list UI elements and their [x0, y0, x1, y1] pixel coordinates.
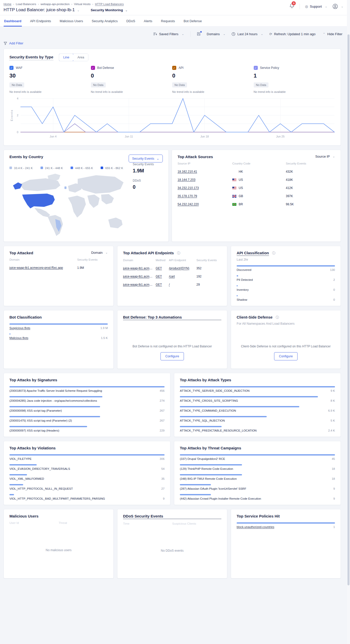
add-filter-button[interactable]: Add Filter: [0, 39, 350, 49]
bar-item-link[interactable]: VIOL_FILETYPE: [9, 457, 32, 460]
attack-types-bars: ATTACK_TYPE_SERVER_SIDE_CODE_INJECTION 9…: [180, 386, 335, 432]
dashboard-content: Security Events by Type Line Area ✓ WAF …: [0, 49, 350, 586]
scrollbar-track[interactable]: [347, 0, 350, 644]
bar-item-link[interactable]: (200018073) Apache Traffic Server Invali…: [9, 389, 102, 392]
empty-state-text: No malicious users: [9, 527, 108, 574]
bar-item-link[interactable]: (200001475) XSS script tag end (Paramete…: [9, 419, 72, 422]
configure-button[interactable]: Configure: [274, 352, 298, 360]
breadcrumb-item[interactable]: Virtual Hosts ›: [74, 3, 93, 6]
bar-item-link[interactable]: Malicious Bots: [9, 336, 28, 339]
source-ip-link[interactable]: 18.162.210.41: [178, 170, 197, 173]
breadcrumb-item[interactable]: HTTP Load Balancers ›: [95, 3, 124, 6]
chevron-down-icon: ⌄: [261, 32, 263, 36]
source-ip-link[interactable]: 35.178.170.79: [178, 194, 197, 198]
bar-item-link[interactable]: VIOL_HTTP_PROTOCOL_BAD_MULTIPART_PARAMET…: [9, 497, 105, 500]
bar-item-link[interactable]: VIOL_HTTP_PROTOCOL_NULL_IN_REQUEST: [9, 487, 73, 490]
card-title-link[interactable]: API Classification: [237, 251, 269, 256]
breadcrumb-item[interactable]: Home ›: [4, 3, 14, 6]
series-checkbox[interactable]: ✓: [91, 66, 95, 70]
bar-item-link[interactable]: (348) BIG-IP TMUI Remote Code Execution: [180, 477, 237, 480]
bot-classification-card: Bot Classification Suspicious Bots 1.9 M: [4, 310, 114, 369]
domain-link[interactable]: juice-waap-lb1.acmecorp-p...: [123, 275, 154, 278]
source-ip-link[interactable]: 54.232.242.220: [178, 203, 199, 206]
tab[interactable]: API Endpoints: [30, 15, 51, 26]
legend-swatch: [41, 167, 43, 169]
bar-item-link[interactable]: (200000097) XSS script tag (Headers): [9, 429, 59, 432]
source-ip-link[interactable]: 18.144.7.203: [178, 178, 195, 182]
breadcrumb-separator: ›: [38, 3, 39, 6]
bar-item-link[interactable]: ATTACK_TYPE_CROSS_SITE_SCRIPTING: [180, 399, 238, 402]
tab[interactable]: Bot Defense: [183, 15, 203, 26]
scrollbar-thumb[interactable]: [347, 34, 349, 585]
hide-filter-button[interactable]: ⌃ Hide Filter: [322, 32, 342, 36]
attacked-dropdown[interactable]: Domain ⌄: [91, 251, 108, 255]
method-link[interactable]: GET: [156, 283, 162, 286]
world-map[interactable]: [9, 172, 129, 236]
source-dropdown[interactable]: Source IP ⌄: [315, 155, 335, 158]
bar-item-link[interactable]: (442) Atlassian Crowd Plugin Installer R…: [180, 497, 261, 500]
tab[interactable]: Dashboard: [4, 15, 22, 26]
bar-item-link[interactable]: ATTACK_TYPE_PREDICTABLE_RESOURCE_LOCATIO…: [180, 429, 257, 432]
bar-item-link[interactable]: (200000098) XSS script tag (Parameter): [9, 409, 62, 412]
notifications-bell-icon[interactable]: 5: [289, 3, 294, 10]
card-title-link[interactable]: Bot Defense: Top 3 Automations: [123, 315, 221, 320]
bar-item-link[interactable]: ATTACK_TYPE_SQL_INJECTION: [180, 419, 225, 422]
endpoint-link[interactable]: /: [169, 283, 170, 286]
method-link[interactable]: GET: [156, 267, 162, 270]
bar: [9, 464, 37, 465]
country-metric-dropdown[interactable]: Security Events ⌄: [129, 155, 163, 162]
toggle-option[interactable]: Line: [59, 54, 74, 61]
bar-item-link[interactable]: ATTACK_TYPE_SERVER_SIDE_CODE_INJECTION: [180, 389, 250, 392]
bar-item-link[interactable]: (287) Atlassian OAuth Plugin 'IconUriSer…: [180, 487, 246, 490]
series-checkbox[interactable]: ✓: [254, 66, 258, 70]
series-checkbox[interactable]: ✓: [172, 66, 176, 70]
info-icon[interactable]: ⓘ: [272, 251, 275, 255]
top-attacks-by-violations-card: Top Attacks by Violations VIOL_FILETYPE …: [4, 441, 170, 505]
endpoint-link[interactable]: /cart: [169, 275, 175, 278]
table-header: TimeSuspicious Clients: [123, 519, 221, 528]
card-title-link[interactable]: Security Events by Type: [9, 55, 53, 60]
security-monitoring-menu[interactable]: Security Monitoring ⌄: [91, 8, 128, 12]
country-stat: DDoS 0: [133, 179, 163, 190]
bar-item-link[interactable]: (337) Drupal 'Drupalgeddon2' RCE: [180, 457, 225, 460]
bar: [237, 522, 335, 524]
card-title-link[interactable]: DDoS Security Events: [123, 514, 221, 519]
info-icon[interactable]: ⓘ: [177, 251, 180, 255]
saved-filters-dropdown[interactable]: Saved Filters ⌄: [153, 32, 184, 36]
bar-item-link[interactable]: Suspicious Bots: [9, 326, 30, 330]
tab[interactable]: Alerts: [143, 15, 153, 26]
bar-item: VIOL_FILETYPE 306: [9, 454, 165, 460]
bar-item-link[interactable]: ATTACK_TYPE_COMMAND_EXECUTION: [180, 409, 236, 412]
domain-link[interactable]: juice-waap-lb1.acmecorp-p...: [123, 283, 154, 286]
configure-button[interactable]: Configure: [160, 352, 184, 360]
toggle-option[interactable]: Area: [73, 54, 88, 61]
support-menu[interactable]: ◎ Support ⌄: [305, 4, 327, 8]
domains-dropdown[interactable]: Domains ⌄: [207, 32, 226, 36]
bar-item-link[interactable]: (129) ThinkPHP Remote Code Execution: [180, 467, 233, 470]
series-checkbox[interactable]: ✓: [9, 66, 14, 70]
page-title[interactable]: HTTP Load Balancer: juice-shop-lb-1 ⌄: [4, 7, 79, 12]
source-ip-link[interactable]: 34.232.210.173: [178, 186, 199, 190]
no-data-badge: No Data: [9, 82, 24, 87]
refresh-button[interactable]: ⟳ Refresh: Updated 1 min ago: [269, 32, 316, 36]
endpoint-link[interactable]: /product/{DYN}: [169, 267, 189, 270]
tab[interactable]: Requests: [160, 15, 176, 26]
legend-swatch: [9, 167, 12, 169]
bar-item-link[interactable]: VIOL_XML_MALFORMED: [9, 477, 44, 480]
account-menu[interactable]: ⌄: [332, 4, 343, 9]
save-filter-button[interactable]: [197, 32, 201, 36]
tab[interactable]: Security Analytics: [91, 15, 118, 26]
tab[interactable]: DDoS: [126, 15, 136, 26]
method-link[interactable]: GET: [156, 275, 162, 278]
breadcrumb-item[interactable]: webapp-api-protection ›: [41, 3, 72, 6]
domain-link[interactable]: juice-waap-lb1.acmecorp-p...: [123, 267, 154, 270]
info-icon[interactable]: ⓘ: [276, 315, 279, 319]
time-range-dropdown[interactable]: Last 24 hours ⌄: [232, 32, 263, 36]
bar-item-link[interactable]: block-unauthorized-countries: [237, 525, 274, 528]
bar-item-link[interactable]: VIOL_EVASION_DIRECTORY_TRAVERSALS: [9, 467, 70, 470]
breadcrumb-item[interactable]: Load Balancers ›: [16, 3, 39, 6]
domain-link[interactable]: juice-waap-lb1.acmecorp-prod.f5xc.app: [9, 266, 63, 270]
support-icon: ◎: [305, 4, 308, 8]
tab[interactable]: Malicious Users: [59, 15, 84, 26]
bar-item-link[interactable]: (200004285) Java code injection - org/ap…: [9, 399, 97, 402]
